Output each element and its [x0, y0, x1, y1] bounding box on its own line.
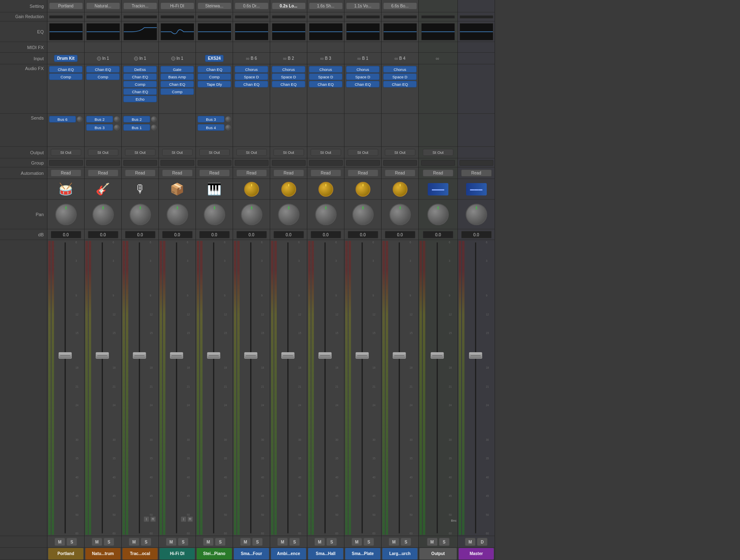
auto-btn-0s2lo[interactable]: Read: [273, 169, 304, 176]
pan-knob-steinwa[interactable]: [204, 204, 225, 225]
eq-cell-output[interactable]: [419, 21, 457, 42]
name-bar-0s2lo[interactable]: Ambi...ence: [271, 548, 306, 560]
output-btn-steinwa[interactable]: St Out: [199, 149, 230, 156]
fader-thumb-0s2lo[interactable]: [281, 352, 295, 359]
fx-btn-steinwa-chaneq[interactable]: Chan EQ: [198, 66, 231, 73]
pan-knob-output[interactable]: [427, 204, 449, 225]
solo-btn-output[interactable]: S: [439, 538, 450, 546]
eq-cell-1s6sh[interactable]: [307, 21, 344, 42]
fx-btn-0s2lo-chaneq[interactable]: Chan EQ: [272, 81, 305, 87]
send-btn-natural-Bus2[interactable]: Bus 2: [86, 116, 113, 122]
setting-btn-tracking[interactable]: Trackin...: [123, 2, 157, 9]
yellow-knob-0s6dr[interactable]: [244, 182, 259, 197]
fx-btn-natural-comp[interactable]: Comp: [86, 73, 120, 80]
pan-knob-0s6dr[interactable]: [241, 204, 262, 225]
fx-btn-portland-chaneq[interactable]: Chan EQ: [49, 66, 82, 73]
fader-thumb-0s6dr[interactable]: [244, 352, 257, 359]
solo-btn-hifi_dl[interactable]: S: [178, 538, 189, 546]
ir-r-btn-hifi_dl[interactable]: R: [187, 516, 193, 522]
yellow-knob-1s1vo[interactable]: [356, 182, 370, 197]
send-btn-steinwa-Bus4[interactable]: Bus 4: [198, 124, 224, 131]
eq-display-tracking[interactable]: [123, 23, 157, 40]
pan-knob-hifi_dl[interactable]: [167, 204, 188, 225]
eq-cell-portland[interactable]: [47, 21, 84, 42]
send-knob-natural[interactable]: [114, 116, 120, 122]
eq-cell-steinwa[interactable]: [196, 21, 233, 42]
mute-btn-master[interactable]: M: [465, 538, 476, 546]
eq-cell-hifi_dl[interactable]: [159, 21, 196, 42]
send-knob-natural[interactable]: [114, 125, 120, 130]
output-btn-portland[interactable]: St Out: [51, 149, 81, 156]
eq-display-natural[interactable]: [86, 23, 120, 40]
solo-btn-0s2lo[interactable]: S: [289, 538, 300, 546]
setting-btn-1s1vo[interactable]: 1.1s Vo...: [346, 2, 380, 9]
solo-btn-steinwa[interactable]: S: [215, 538, 226, 546]
fx-btn-hifi_dl-bassamp[interactable]: Bass Amp: [160, 73, 194, 80]
fx-btn-0s2lo-chorus[interactable]: Chorus: [272, 66, 305, 73]
eq-cell-natural[interactable]: [85, 21, 121, 42]
fader-thumb-1s1vo[interactable]: [356, 352, 369, 359]
mute-btn-1s1vo[interactable]: M: [351, 538, 362, 546]
output-btn-6s6bo[interactable]: St Out: [385, 149, 415, 156]
eq-display-6s6bo[interactable]: [383, 23, 417, 40]
mute-btn-portland[interactable]: M: [54, 538, 65, 546]
auto-btn-1s1vo[interactable]: Read: [348, 169, 378, 176]
fx-btn-hifi_dl-chaneq[interactable]: Chan EQ: [160, 81, 194, 87]
pan-knob-master[interactable]: [466, 204, 487, 225]
fx-btn-6s6bo-chorus[interactable]: Chorus: [383, 66, 417, 73]
fx-btn-0s6dr-chaneq[interactable]: Chan EQ: [235, 81, 268, 87]
eq-display-master[interactable]: [460, 23, 493, 40]
send-btn-portland-Bus6[interactable]: Bus 6: [49, 116, 76, 122]
pan-knob-1s1vo[interactable]: [352, 204, 374, 225]
fx-btn-tracking-deess[interactable]: DeEss: [123, 66, 157, 73]
fader-thumb-steinwa[interactable]: [207, 352, 220, 359]
mute-btn-0s2lo[interactable]: M: [277, 538, 288, 546]
fader-thumb-tracking[interactable]: [133, 352, 146, 359]
fx-btn-steinwa-tapedly[interactable]: Tape Dly: [198, 81, 231, 87]
pan-knob-0s2lo[interactable]: [278, 204, 299, 225]
send-btn-steinwa-Bus3[interactable]: Bus 3: [198, 116, 224, 122]
pan-knob-tracking[interactable]: [130, 204, 151, 225]
name-bar-portland[interactable]: Portland: [48, 548, 83, 560]
fx-btn-1s1vo-chaneq[interactable]: Chan EQ: [346, 81, 379, 87]
output-btn-1s1vo[interactable]: St Out: [348, 149, 378, 156]
fx-btn-1s6sh-spaced[interactable]: Space D: [309, 73, 342, 80]
fx-btn-6s6bo-chaneq[interactable]: Chan EQ: [383, 81, 417, 87]
auto-btn-portland[interactable]: Read: [51, 169, 81, 176]
setting-btn-steinwa[interactable]: Steinwa...: [198, 2, 231, 9]
eq-cell-0s2lo[interactable]: [270, 21, 307, 42]
fx-btn-6s6bo-spaced[interactable]: Space D: [383, 73, 417, 80]
name-bar-hifi_dl[interactable]: Hi-Fi DI: [160, 548, 195, 560]
fx-btn-natural-chaneq[interactable]: Chan EQ: [86, 66, 120, 73]
dim-btn-master[interactable]: D: [477, 538, 488, 546]
name-bar-0s6dr[interactable]: Sma...Four: [234, 548, 269, 560]
output-btn-0s6dr[interactable]: St Out: [236, 149, 267, 156]
output-btn-natural[interactable]: St Out: [88, 149, 118, 156]
send-btn-tracking-Bus2[interactable]: Bus 2: [123, 116, 150, 122]
output-btn-tracking[interactable]: St Out: [125, 149, 156, 156]
output-btn-1s6sh[interactable]: St Out: [311, 149, 341, 156]
yellow-knob-1s6sh[interactable]: [318, 182, 333, 197]
eq-display-1s1vo[interactable]: [346, 23, 380, 40]
auto-btn-output[interactable]: Read: [423, 169, 453, 176]
solo-btn-portland[interactable]: S: [66, 538, 77, 546]
fx-btn-1s6sh-chorus[interactable]: Chorus: [309, 66, 342, 73]
name-bar-master[interactable]: Master: [459, 548, 494, 560]
fx-btn-1s1vo-spaced[interactable]: Space D: [346, 73, 379, 80]
mute-btn-6s6bo[interactable]: M: [389, 538, 399, 546]
eq-cell-1s1vo[interactable]: [344, 21, 381, 42]
fader-thumb-master[interactable]: [469, 352, 482, 359]
name-bar-tracking[interactable]: Trac...ocal: [123, 548, 158, 560]
fx-btn-1s1vo-chorus[interactable]: Chorus: [346, 66, 379, 73]
fader-thumb-1s6sh[interactable]: [318, 352, 332, 359]
input-btn-steinwa[interactable]: EXS24: [205, 55, 224, 62]
solo-btn-1s6sh[interactable]: S: [326, 538, 337, 546]
auto-btn-0s6dr[interactable]: Read: [236, 169, 267, 176]
mute-btn-hifi_dl[interactable]: M: [166, 538, 177, 546]
send-knob-steinwa[interactable]: [225, 125, 231, 130]
auto-btn-1s6sh[interactable]: Read: [311, 169, 341, 176]
output-btn-0s2lo[interactable]: St Out: [273, 149, 304, 156]
name-bar-6s6bo[interactable]: Larg...urch: [382, 548, 417, 560]
pan-knob-portland[interactable]: [55, 204, 77, 225]
ir-r-btn-tracking[interactable]: R: [150, 516, 156, 522]
